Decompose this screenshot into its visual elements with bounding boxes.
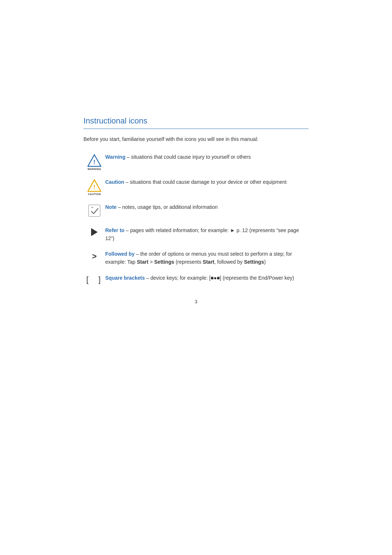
brackets-term: Square brackets	[105, 275, 145, 281]
list-item: > Followed by – the order of options or …	[83, 250, 309, 266]
caution-text: – situations that could cause damage to …	[124, 179, 287, 185]
caution-icon: ! CAUTION	[87, 179, 101, 195]
svg-rect-4	[89, 205, 100, 216]
list-item: Note – notes, usage tips, or additional …	[83, 203, 309, 219]
note-text: – notes, usage tips, or additional infor…	[117, 204, 218, 210]
svg-marker-5	[91, 228, 98, 236]
list-item: [ ] Square brackets – device keys; for e…	[83, 274, 309, 284]
list-item: ! CAUTION Caution – situations that coul…	[83, 178, 309, 195]
brackets-description: Square brackets – device keys; for examp…	[105, 274, 309, 282]
caution-description: Caution – situations that could cause da…	[105, 178, 309, 186]
list-item: ! WARNING Warning – situations that coul…	[83, 153, 309, 170]
chevron-symbol: >	[92, 252, 97, 261]
warning-description: Warning – situations that could cause in…	[105, 153, 309, 161]
caution-term: Caution	[105, 179, 124, 185]
brackets-symbol: [ ]	[86, 275, 102, 284]
icon-list: ! WARNING Warning – situations that coul…	[83, 153, 309, 284]
caution-triangle-svg: !	[87, 179, 101, 192]
refer-description: Refer to – pages with related informatio…	[105, 227, 309, 242]
square-brackets-icon: [ ]	[86, 275, 102, 284]
followed-by-term: Followed by	[105, 251, 135, 257]
warning-triangle-svg: !	[87, 154, 101, 167]
brackets-text: – device keys; for example: [■●■] (repre…	[145, 275, 294, 281]
refer-term: Refer to	[105, 227, 124, 233]
refer-icon-cell	[83, 227, 105, 238]
warning-icon-cell: ! WARNING	[83, 153, 105, 170]
list-item: Refer to – pages with related informatio…	[83, 227, 309, 242]
refer-to-icon	[91, 228, 98, 238]
warning-term: Warning	[105, 154, 125, 160]
svg-text:!: !	[93, 159, 95, 165]
page-number: 3	[83, 299, 309, 304]
note-icon-cell	[83, 203, 105, 219]
refer-text: – pages with related information; for ex…	[105, 227, 299, 241]
intro-text: Before you start, familiarise yourself w…	[83, 135, 309, 143]
warning-icon: ! WARNING	[87, 154, 101, 170]
note-term: Note	[105, 204, 117, 210]
brackets-icon-cell: [ ]	[83, 274, 105, 284]
note-svg	[88, 204, 101, 217]
warning-text: – situations that could cause injury to …	[125, 154, 251, 160]
caution-label: CAUTION	[88, 193, 101, 195]
caution-icon-cell: ! CAUTION	[83, 178, 105, 195]
content-area: Instructional icons Before you start, fa…	[83, 0, 309, 304]
followed-by-description: Followed by – the order of options or me…	[105, 250, 309, 266]
section-title: Instructional icons	[83, 116, 309, 129]
note-description: Note – notes, usage tips, or additional …	[105, 203, 309, 211]
note-icon	[88, 204, 101, 219]
followed-by-icon-cell: >	[83, 250, 105, 261]
page: Instructional icons Before you start, fa…	[0, 0, 392, 555]
svg-text:!: !	[93, 184, 95, 190]
refer-arrow-svg	[91, 228, 98, 236]
warning-label: WARNING	[87, 168, 101, 170]
followed-by-icon: >	[92, 252, 97, 261]
